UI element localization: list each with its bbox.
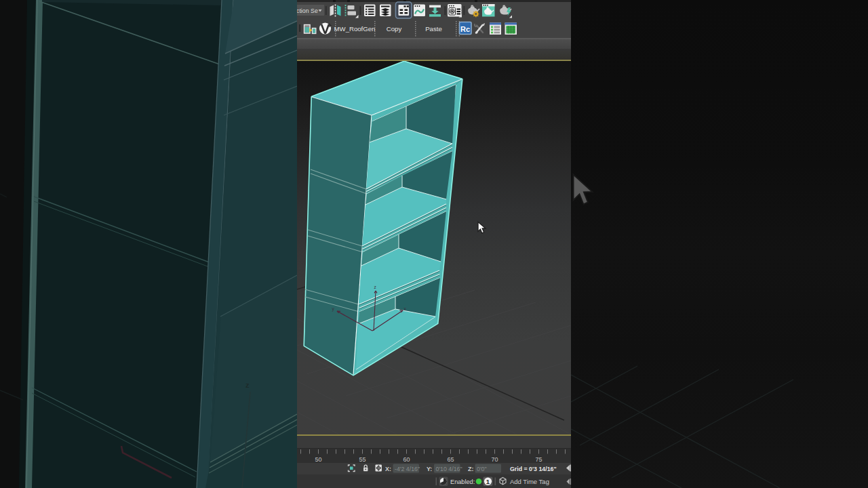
- svg-text:50: 50: [315, 456, 321, 463]
- svg-text:Rc: Rc: [460, 25, 470, 33]
- svg-text:Copy: Copy: [387, 25, 402, 33]
- svg-text:X:: X:: [385, 466, 391, 472]
- svg-text:0'10 4/16": 0'10 4/16": [436, 466, 462, 472]
- svg-text:Y:: Y:: [427, 466, 432, 472]
- svg-text:70: 70: [491, 456, 498, 463]
- svg-text:Grid = 0'3 14/16": Grid = 0'3 14/16": [510, 466, 557, 472]
- svg-text:Paste: Paste: [425, 25, 442, 33]
- svg-text:55: 55: [359, 456, 366, 463]
- svg-text:75: 75: [535, 456, 542, 463]
- svg-text:MW_RoofGen: MW_RoofGen: [334, 25, 376, 33]
- svg-text:z: z: [374, 285, 376, 289]
- svg-text:z: z: [245, 381, 250, 389]
- svg-text:0'0": 0'0": [477, 466, 487, 472]
- svg-text:Add Time Tag: Add Time Tag: [510, 478, 549, 485]
- svg-text:Z:: Z:: [468, 466, 474, 472]
- svg-text:65: 65: [447, 456, 454, 463]
- svg-text:Enabled:: Enabled:: [450, 479, 475, 485]
- svg-text:-4'2 4/16": -4'2 4/16": [395, 466, 420, 472]
- svg-text:ction Se: ction Se: [297, 7, 318, 14]
- svg-text:60: 60: [403, 456, 410, 463]
- svg-text:1: 1: [486, 478, 490, 485]
